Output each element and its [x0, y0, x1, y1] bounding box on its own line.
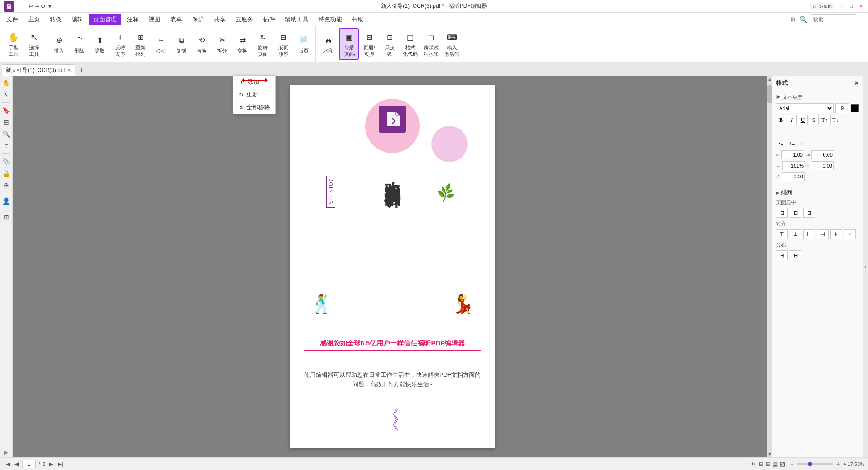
swap-button[interactable]: ⇄ 交换 [232, 28, 252, 60]
menu-convert[interactable]: 转换 [45, 14, 66, 25]
menu-help[interactable]: 帮助 [347, 14, 368, 25]
angle-input[interactable] [782, 172, 805, 181]
print-button[interactable]: 🖨 水印 [318, 28, 338, 60]
tab-add-button[interactable]: + [76, 65, 87, 76]
activate-button[interactable]: ⌨ 输入激活码 [442, 28, 462, 60]
replace-button[interactable]: ⟲ 替换 [192, 28, 212, 60]
search-input[interactable] [811, 14, 856, 24]
trial-watermark-button[interactable]: ◻ 聊联试用水印 [421, 28, 441, 60]
tab-close-button[interactable]: ✕ [67, 67, 71, 73]
first-page-button[interactable]: |◀ [4, 461, 11, 467]
sidebar-bookmark-icon[interactable]: 🔖 [1, 106, 11, 115]
bullet-list-button[interactable]: •≡ [776, 139, 786, 149]
menu-file[interactable]: 文件 [2, 14, 23, 25]
zoom-slider[interactable] [797, 463, 833, 465]
scroll-thumb[interactable] [767, 85, 772, 103]
bates-button[interactable]: ⊡ 贝茨数 [380, 28, 400, 60]
sidebar-stamp-icon[interactable]: ⊕ [1, 180, 11, 190]
background-button[interactable]: ▣ 背景页面 ▼ [339, 28, 359, 60]
char-spacing-input[interactable] [811, 161, 834, 170]
menu-annotate[interactable]: 注释 [122, 14, 143, 25]
sidebar-hand-icon[interactable]: ✋ [1, 78, 11, 88]
move-button[interactable]: ↔ 移动 [151, 28, 171, 60]
align-center-button[interactable]: ≡ [787, 127, 797, 137]
subscript-button[interactable]: T↓ [830, 115, 840, 125]
scroll-down-button[interactable]: ▼ [767, 451, 772, 457]
align-bottom-button[interactable]: ⊢ [803, 229, 815, 239]
sidebar-person-icon[interactable]: 👤 [1, 196, 11, 206]
menu-form[interactable]: 表单 [166, 14, 187, 25]
view-single-icon[interactable]: ⊟ [759, 460, 764, 467]
align-justify-button[interactable]: ≡ [809, 127, 819, 137]
align-left-dist-button[interactable]: ⊣ [817, 229, 829, 239]
zoom-in-button[interactable]: ＋ [835, 460, 841, 468]
align-right-button[interactable]: ≡ [798, 127, 808, 137]
font-family-select[interactable]: Arial [776, 103, 834, 113]
center-h-button[interactable]: ⊟ [776, 208, 788, 218]
sidebar-lock-icon[interactable]: 🔒 [1, 168, 11, 178]
bold-button[interactable]: B [776, 115, 786, 125]
sidebar-attach-icon[interactable]: 📎 [1, 157, 11, 167]
spacing-left-input[interactable] [781, 150, 804, 159]
select-tool-button[interactable]: ↖ 选择工具 [24, 28, 44, 60]
align-top-button[interactable]: ⊤ [776, 229, 788, 239]
insert-button[interactable]: ⊕ 插入 [49, 28, 69, 60]
menu-features[interactable]: 特色功能 [314, 14, 347, 25]
sidebar-cursor-icon[interactable]: ↖ [1, 90, 11, 100]
hand-tool-button[interactable]: ✋ 手型工具 [4, 28, 24, 60]
menu-cloud[interactable]: 云服务 [231, 14, 258, 25]
right-panel-close-button[interactable]: ✕ [854, 80, 859, 86]
align-justify3-button[interactable]: ≡ [830, 127, 840, 137]
delete-button[interactable]: 🗑 删除 [69, 28, 89, 60]
header-footer-button[interactable]: ⊟ 页眉/页脚 [359, 28, 379, 60]
settings-icon[interactable]: ⚙ [790, 16, 796, 23]
menu-tools[interactable]: 辅助工具 [280, 14, 313, 25]
view-full-icon[interactable]: ▧ [780, 460, 785, 467]
minimize-button[interactable]: ─ [838, 3, 844, 10]
current-page-input[interactable] [22, 460, 36, 468]
eye-icon[interactable]: 👁 [750, 461, 755, 467]
rotate-button[interactable]: ↻ 旋转页面 [253, 28, 273, 60]
reverse-button[interactable]: ↕ 反转页序 [110, 28, 130, 60]
dropdown-update-item[interactable]: ↻ 更新 [233, 88, 275, 101]
sidebar-thumb-icon[interactable]: ⊟ [1, 117, 11, 127]
maximize-button[interactable]: □ [848, 3, 854, 10]
search-icon[interactable]: 🔍 [800, 16, 807, 23]
panel-expand-button[interactable]: ▶ [4, 449, 8, 456]
menu-edit[interactable]: 编辑 [67, 14, 88, 25]
menu-page-manage[interactable]: 页面管理 [89, 14, 121, 25]
sidebar-layer-icon[interactable]: ≡ [1, 141, 11, 151]
split-button[interactable]: ✂ 拆分 [212, 28, 232, 60]
extract-button[interactable]: ⬆ 提取 [90, 28, 110, 60]
right-panel-collapse-button[interactable]: ‹ [863, 76, 868, 457]
align-justify2-button[interactable]: ≡ [820, 127, 829, 137]
menu-protect[interactable]: 保护 [188, 14, 208, 25]
page-size-button[interactable]: 📄 版页 [294, 28, 313, 60]
view-double-icon[interactable]: ⊞ [766, 460, 771, 467]
sidebar-grid-icon[interactable]: ⊞ [1, 212, 11, 222]
sidebar-search-icon[interactable]: 🔍 [1, 129, 11, 139]
tab-document[interactable]: 新人引导(1)_OCR(3).pdf ✕ [2, 64, 75, 76]
close-button[interactable]: ✕ [858, 3, 864, 10]
version-order-button[interactable]: ⊟ 版页顺序 [273, 28, 293, 60]
align-left-button[interactable]: ≡ [776, 127, 786, 137]
font-size-input[interactable] [835, 103, 849, 113]
underline-button[interactable]: U [798, 115, 808, 125]
zoom-out-button[interactable]: － [789, 460, 795, 468]
center-v-button[interactable]: ⊞ [790, 208, 801, 218]
font-color-swatch[interactable] [851, 104, 859, 112]
copy-button[interactable]: ⧉ 复制 [171, 28, 191, 60]
menu-plugin[interactable]: 插件 [259, 14, 280, 25]
dropdown-remove-all-item[interactable]: ✕ 全部移除 [233, 101, 275, 114]
align-justify-dist-button[interactable]: ⊧ [844, 229, 856, 239]
distribute-v-button[interactable]: ⊞ [790, 250, 801, 260]
italic-button[interactable]: I [787, 115, 797, 125]
view-scroll-icon[interactable]: ▦ [772, 460, 778, 467]
align-right-dist-button[interactable]: ⊦ [830, 229, 842, 239]
menu-view[interactable]: 视图 [144, 14, 165, 25]
scale-input[interactable] [782, 161, 805, 170]
reorder-button[interactable]: ⊞ 重新排列 [130, 28, 150, 60]
last-page-button[interactable]: ▶| [57, 461, 64, 467]
vertical-scrollbar[interactable]: ▲ ▼ [767, 76, 772, 457]
scroll-up-button[interactable]: ▲ [767, 76, 772, 82]
